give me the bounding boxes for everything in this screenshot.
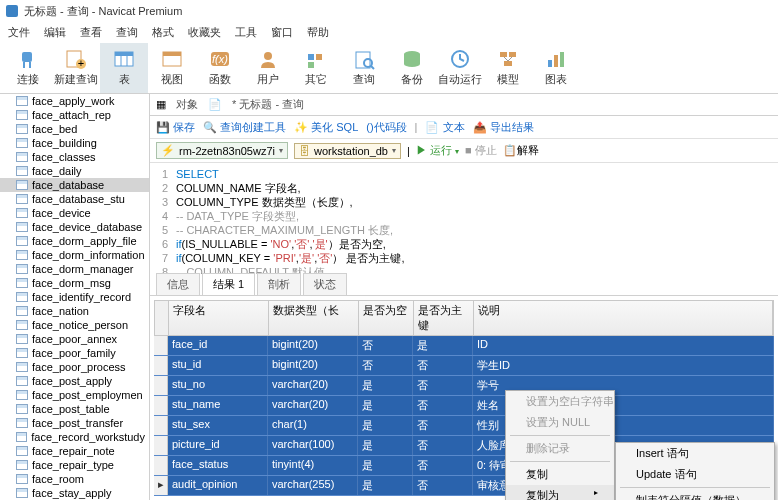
tab-objects[interactable]: 对象 [170,95,204,114]
tree-item[interactable]: face_bed [0,122,149,136]
context-menu-2[interactable]: Insert 语句 Update 语句 制表符分隔值（数据） 制表符分隔值（字段… [615,442,775,500]
db-combo[interactable]: 🗄workstation_db▾ [294,143,401,159]
tool-other[interactable]: 其它 [292,43,340,93]
tree-item[interactable]: face_poor_process [0,360,149,374]
menu-帮助[interactable]: 帮助 [307,25,329,40]
explain-button[interactable]: 📋解释 [503,143,539,158]
col-header[interactable]: 说明 [474,301,773,335]
table-row[interactable]: stu_sexchar(1)是否性别 [154,416,774,436]
tree-item[interactable]: face_post_table [0,402,149,416]
ctx-update[interactable]: Update 语句 [616,464,774,485]
table-icon [16,432,28,442]
table-icon [16,292,28,302]
menu-工具[interactable]: 工具 [235,25,257,40]
table-icon [16,222,28,232]
tree-item[interactable]: face_dorm_msg [0,276,149,290]
result-tab[interactable]: 结果 1 [202,273,255,295]
menu-收藏夹[interactable]: 收藏夹 [188,25,221,40]
tree-item[interactable]: face_database [0,178,149,192]
toolbar: 连接+新建查询表视图f(x)函数用户其它查询备份自动运行模型图表 [0,42,778,94]
tree-item[interactable]: face_room [0,472,149,486]
tree-item[interactable]: face_poor_family [0,346,149,360]
tree-item[interactable]: face_post_employmen [0,388,149,402]
tool-plug[interactable]: 连接 [4,43,52,93]
fx-icon: f(x) [208,48,232,70]
menu-窗口[interactable]: 窗口 [271,25,293,40]
tree-item[interactable]: face_device [0,206,149,220]
view-icon [160,48,184,70]
result-tab[interactable]: 信息 [156,273,200,295]
sql-editor[interactable]: 1SELECT2 COLUMN_NAME 字段名,3 COLUMN_TYPE 数… [150,163,778,274]
ctx-tab-data[interactable]: 制表符分隔值（数据） [616,490,774,500]
table-row[interactable]: stu_novarchar(20)是否学号 [154,376,774,396]
tree-item[interactable]: face_notice_person [0,318,149,332]
menu-格式[interactable]: 格式 [152,25,174,40]
menu-查询[interactable]: 查询 [116,25,138,40]
tree-item[interactable]: face_building [0,136,149,150]
stop-button: ■ 停止 [465,143,497,158]
tool-table[interactable]: 表 [100,43,148,93]
menu-文件[interactable]: 文件 [8,25,30,40]
table-row[interactable]: stu_namevarchar(20)是否姓名 [154,396,774,416]
tree-item[interactable]: face_database_stu [0,192,149,206]
ctx-copyas[interactable]: 复制为▸ [506,485,614,500]
export-button[interactable]: 📤 导出结果 [473,120,534,135]
tool-newquery[interactable]: +新建查询 [52,43,100,93]
svg-rect-25 [504,61,512,66]
builder-button[interactable]: 🔍 查询创建工具 [203,120,286,135]
tab-query[interactable]: * 无标题 - 查询 [226,95,310,114]
table-icon [16,180,28,190]
tree-item[interactable]: face_dorm_apply_file [0,234,149,248]
save-button[interactable]: 💾 保存 [156,120,195,135]
ctx-insert[interactable]: Insert 语句 [616,443,774,464]
table-icon [16,250,28,260]
tree-item[interactable]: face_daily [0,164,149,178]
result-tab[interactable]: 状态 [303,273,347,295]
tree-item[interactable]: face_dorm_information [0,248,149,262]
table-icon [16,208,28,218]
table-row[interactable]: stu_idbigint(20)否否学生ID [154,356,774,376]
text-button[interactable]: 📄 文本 [425,120,464,135]
tree-item[interactable]: face_poor_annex [0,332,149,346]
col-header[interactable]: 是否为主键 [414,301,474,335]
table-icon [16,96,28,106]
table-icon [112,48,136,70]
tool-chart[interactable]: 图表 [532,43,580,93]
tool-view[interactable]: 视图 [148,43,196,93]
table-icon [16,166,28,176]
snippet-button[interactable]: ()代码段 [366,120,406,135]
tree-item[interactable]: face_apply_work [0,94,149,108]
context-menu-1[interactable]: 设置为空白字符串 设置为 NULL 删除记录 复制 复制为▸ 粘贴 显示▸ [505,390,615,500]
tool-model[interactable]: 模型 [484,43,532,93]
tree-item[interactable]: face_post_transfer [0,416,149,430]
tool-auto[interactable]: 自动运行 [436,43,484,93]
server-combo[interactable]: ⚡rm-2zetn83n05wz7i▾ [156,142,288,159]
beautify-button[interactable]: ✨ 美化 SQL [294,120,358,135]
col-header[interactable]: 数据类型（长 [269,301,359,335]
tree-item[interactable]: face_device_database [0,220,149,234]
tool-backup[interactable]: 备份 [388,43,436,93]
tool-query[interactable]: 查询 [340,43,388,93]
ctx-copy[interactable]: 复制 [506,464,614,485]
tree-item[interactable]: face_classes [0,150,149,164]
result-tabs: 信息结果 1剖析状态 [150,274,778,296]
tree-item[interactable]: face_nation [0,304,149,318]
run-button[interactable]: ▶ 运行 ▾ [416,143,459,158]
result-tab[interactable]: 剖析 [257,273,301,295]
tree-item[interactable]: face_identify_record [0,290,149,304]
tree-item[interactable]: face_repair_type [0,458,149,472]
tree-item[interactable]: face_stay_apply [0,486,149,500]
col-header[interactable]: 字段名 [169,301,269,335]
menu-编辑[interactable]: 编辑 [44,25,66,40]
col-header[interactable]: 是否为空 [359,301,414,335]
tree-item[interactable]: face_dorm_manager [0,262,149,276]
tree-item[interactable]: face_post_apply [0,374,149,388]
svg-rect-24 [509,52,516,57]
tool-fx[interactable]: f(x)函数 [196,43,244,93]
table-row[interactable]: face_idbigint(20)否是ID [154,336,774,356]
tool-user[interactable]: 用户 [244,43,292,93]
tree-item[interactable]: face_attach_rep [0,108,149,122]
tree-item[interactable]: face_record_workstudy [0,430,149,444]
tree-item[interactable]: face_repair_note [0,444,149,458]
menu-查看[interactable]: 查看 [80,25,102,40]
